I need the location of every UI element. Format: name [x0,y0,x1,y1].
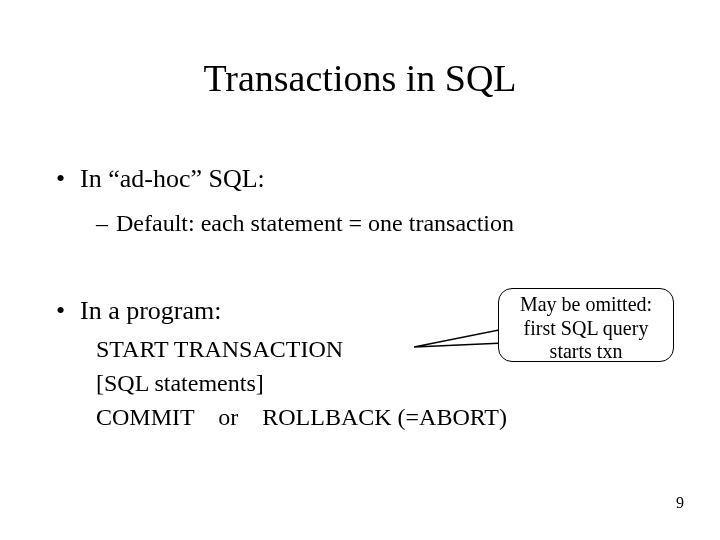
callout-line-3: starts txn [499,340,673,364]
bullet-icon: • [56,296,80,326]
callout-line-1: May be omitted: [499,293,673,317]
slide: Transactions in SQL •In “ad-hoc” SQL: –D… [0,0,720,540]
bullet-program-label: In a program: [80,296,222,325]
code-line-1: START TRANSACTION [96,336,343,363]
bullet-program: •In a program: [56,296,222,326]
bullet-icon: • [56,164,80,194]
dash-icon: – [96,210,116,237]
code-line-2: [SQL statements] [96,370,264,397]
callout-box: May be omitted: first SQL query starts t… [498,288,674,362]
svg-marker-0 [414,329,504,347]
bullet-adhoc: •In “ad-hoc” SQL: [56,164,265,194]
sub-adhoc-text: Default: each statement = one transactio… [116,210,514,236]
slide-number: 9 [676,494,684,512]
callout-line-2: first SQL query [499,317,673,341]
page-title: Transactions in SQL [0,56,720,100]
code-line-3: COMMIT or ROLLBACK (=ABORT) [96,404,507,431]
sub-adhoc-default: –Default: each statement = one transacti… [96,210,514,237]
callout-tail-icon [414,329,504,357]
bullet-adhoc-label: In “ad-hoc” SQL: [80,164,265,193]
